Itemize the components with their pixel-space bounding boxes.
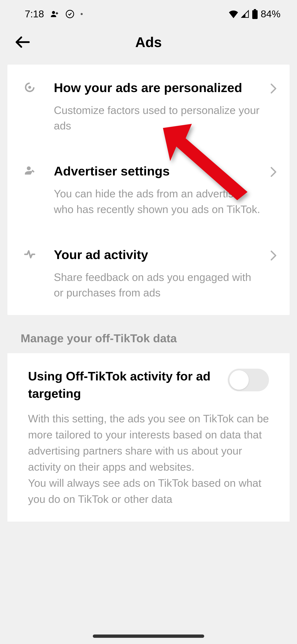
toggle-knob — [229, 370, 249, 390]
notification-dot-icon — [81, 13, 83, 15]
settings-item-advertiser-settings[interactable]: Advertiser settings You can hide the ads… — [7, 148, 290, 232]
battery-icon — [252, 9, 258, 19]
activity-icon — [24, 248, 35, 261]
header: Ads — [0, 24, 297, 64]
person-slash-icon — [24, 165, 35, 177]
svg-point-5 — [28, 86, 31, 89]
target-icon — [24, 82, 35, 94]
section-header: Manage your off-TikTok data — [0, 315, 297, 353]
settings-item-title: Advertiser settings — [54, 162, 261, 180]
settings-item-subtitle: Share feedback on ads you engaged with o… — [54, 270, 261, 301]
home-indicator[interactable] — [93, 634, 204, 638]
toggle-off-tiktok-activity[interactable] — [228, 369, 269, 391]
toggle-row: Using Off-TikTok activity for ad targeti… — [28, 368, 269, 402]
settings-item-content: How your ads are personalized Customize … — [54, 79, 277, 134]
wifi-icon — [229, 10, 239, 18]
svg-rect-2 — [254, 9, 256, 10]
toggle-section: Using Off-TikTok activity for ad targeti… — [7, 353, 290, 522]
page-title: Ads — [14, 34, 283, 50]
settings-item-title: How your ads are personalized — [54, 79, 261, 96]
cellular-signal-icon — [241, 10, 249, 18]
svg-point-0 — [52, 11, 55, 14]
chevron-right-icon — [270, 250, 277, 262]
settings-item-content: Advertiser settings You can hide the ads… — [54, 162, 277, 217]
person-add-icon — [50, 10, 59, 18]
settings-item-title: Your ad activity — [54, 246, 261, 264]
settings-item-subtitle: Customize factors used to personalize yo… — [54, 102, 261, 134]
svg-point-1 — [66, 10, 74, 18]
status-bar: 7:18 — [0, 0, 297, 24]
settings-item-personalized-ads[interactable]: How your ads are personalized Customize … — [7, 64, 290, 148]
settings-section: How your ads are personalized Customize … — [7, 64, 290, 315]
battery-percent: 84% — [261, 8, 281, 20]
settings-item-content: Your ad activity Share feedback on ads y… — [54, 246, 277, 300]
chevron-right-icon — [270, 83, 277, 95]
back-button[interactable] — [14, 34, 31, 50]
status-bar-left: 7:18 — [25, 8, 83, 20]
arrow-left-icon — [14, 34, 31, 50]
chevron-right-icon — [270, 166, 277, 178]
status-bar-right: 84% — [229, 8, 281, 20]
settings-item-subtitle: You can hide the ads from an advertiser … — [54, 186, 261, 217]
settings-item-ad-activity[interactable]: Your ad activity Share feedback on ads y… — [7, 232, 290, 315]
status-time: 7:18 — [25, 8, 44, 20]
toggle-title: Using Off-TikTok activity for ad targeti… — [28, 368, 228, 402]
svg-point-6 — [27, 166, 31, 170]
checkmark-circle-icon — [65, 10, 74, 18]
svg-rect-3 — [252, 10, 258, 19]
toggle-description: With this setting, the ads you see on Ti… — [28, 410, 269, 507]
